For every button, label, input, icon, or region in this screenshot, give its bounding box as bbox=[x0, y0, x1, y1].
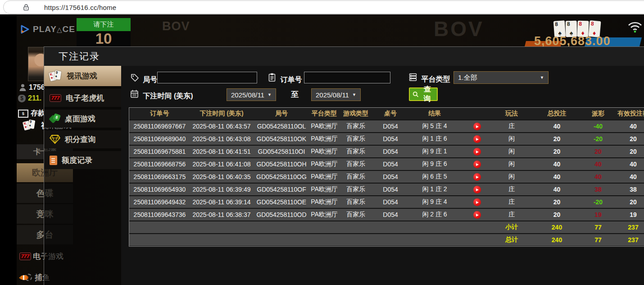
cell-replay bbox=[461, 196, 493, 208]
cell-empty bbox=[461, 234, 493, 246]
cell-valid-bet: 237 bbox=[613, 234, 644, 246]
replay-button[interactable] bbox=[473, 123, 481, 130]
wifi-icon bbox=[627, 20, 643, 33]
cell-empty bbox=[190, 234, 253, 246]
deposit-button[interactable]: $ 存款 bbox=[18, 109, 45, 118]
to-label: 至 bbox=[291, 90, 299, 99]
chevron-down-icon: ▼ bbox=[540, 75, 544, 80]
replay-button[interactable] bbox=[473, 211, 481, 219]
cell-platform: PA欧洲厅 bbox=[310, 184, 339, 195]
cell-bet-time: 2025-08-11 06:40:35 bbox=[190, 171, 253, 183]
cell-empty bbox=[129, 221, 190, 233]
user-id: 1756 bbox=[29, 83, 45, 92]
cell-game-type: 百家乐 bbox=[339, 209, 373, 221]
cell-total-bet: 20 bbox=[531, 209, 583, 221]
sidebar-item-1[interactable]: K♥9♠视讯游戏 bbox=[44, 66, 127, 86]
cell-bet-type: 庄 bbox=[493, 120, 531, 132]
modal-main-panel: 局号 订单号 平台类型 bbox=[121, 66, 644, 285]
replay-button[interactable] bbox=[473, 173, 481, 181]
cell-result: 闲 1 庄 6 bbox=[408, 133, 461, 145]
platform-list-icon bbox=[408, 73, 417, 82]
cell-platform: PA欧洲厅 bbox=[310, 158, 339, 170]
lock-icon bbox=[23, 3, 30, 11]
money-bag-icon: $ bbox=[18, 95, 26, 102]
cell-round-number: GD054258110OK bbox=[253, 133, 310, 145]
sidebar-item-label: 积分查询 bbox=[65, 134, 95, 145]
date-from-select[interactable]: 2025/08/11 ▼ bbox=[227, 88, 276, 101]
cell-total-bet: 20 bbox=[531, 196, 583, 208]
order-filter: 订单号 bbox=[268, 73, 302, 85]
cell-payout: 20 bbox=[583, 146, 613, 157]
bet-time-filter: 下注时间 (美东) bbox=[130, 89, 193, 101]
cell-total-bet: 40 bbox=[531, 120, 583, 132]
cell-bet-time: 2025-08-11 06:43:08 bbox=[190, 133, 253, 145]
cell-replay bbox=[461, 133, 493, 145]
order-number-input[interactable] bbox=[304, 72, 390, 83]
column-header: 局号 bbox=[253, 108, 310, 120]
replay-button[interactable] bbox=[473, 186, 481, 193]
table-row: 2508110696758812025-08-11 06:41:51GD0542… bbox=[129, 146, 644, 157]
cell-total-bet: 240 bbox=[531, 234, 583, 246]
cell-order-number: 250811069663175 bbox=[129, 171, 190, 183]
cell-result: 闲 9 庄 6 bbox=[408, 158, 461, 170]
sidebar-item-label: 额度记录 bbox=[62, 155, 92, 165]
cell-round-number: GD054258110OG bbox=[253, 171, 310, 183]
column-header: 订单号 bbox=[129, 108, 190, 120]
cell-platform: PA欧洲厅 bbox=[310, 171, 339, 183]
cell-result: 闲 6 庄 5 bbox=[408, 171, 461, 183]
search-button[interactable]: 查询 bbox=[409, 87, 438, 101]
url-input[interactable]: https://175616.cc/home bbox=[3, 0, 644, 14]
cell-replay bbox=[461, 146, 493, 157]
replay-button[interactable] bbox=[473, 148, 481, 156]
sidebar-item-4[interactable]: 积分查询 bbox=[44, 130, 121, 148]
user-balance: 211. bbox=[28, 94, 41, 102]
cell-order-number: 250811069675881 bbox=[129, 146, 190, 157]
bet-time-label: 下注时间 (美东) bbox=[143, 92, 193, 100]
cell-replay bbox=[461, 184, 493, 195]
cell-platform: PA欧洲厅 bbox=[310, 120, 339, 132]
table-row: 2508110696976672025-08-11 06:43:57GD0542… bbox=[129, 120, 644, 132]
replay-button[interactable] bbox=[473, 198, 481, 206]
cell-valid-bet: 20 bbox=[613, 146, 644, 157]
cell-bet-type: 闲 bbox=[493, 133, 531, 145]
cell-empty bbox=[253, 234, 310, 246]
cell-table-number: D054 bbox=[373, 133, 408, 145]
cell-replay bbox=[461, 120, 493, 132]
replay-button[interactable] bbox=[473, 161, 481, 168]
date-to-select[interactable]: 2025/08/11 ▼ bbox=[311, 88, 361, 101]
cell-game-type: 百家乐 bbox=[339, 146, 373, 157]
subtotal-row: 小计24077237 bbox=[129, 221, 644, 233]
modal-title: 下注记录 bbox=[59, 50, 100, 63]
cell-bet-type: 庄 bbox=[493, 196, 531, 208]
cell-valid-bet: 40 bbox=[613, 120, 644, 132]
cell-round-number: GD054258110OE bbox=[253, 196, 310, 208]
bov-wall-text-small: BOV bbox=[162, 19, 190, 33]
cell-table-number: D054 bbox=[373, 196, 408, 208]
search-label: 查询 bbox=[420, 85, 434, 104]
cell-round-number: GD054258110OF bbox=[253, 184, 310, 195]
cell-valid-bet: 19 bbox=[613, 209, 644, 221]
cell-game-type: 百家乐 bbox=[339, 196, 373, 208]
cell-empty bbox=[461, 221, 493, 233]
cell-platform: PA欧洲厅 bbox=[310, 209, 339, 221]
sidebar-item-3[interactable]: $桌面游戏 bbox=[44, 110, 121, 128]
cell-valid-bet: 20 bbox=[613, 133, 644, 145]
cell-table-number: D054 bbox=[373, 146, 408, 157]
cell-empty bbox=[190, 221, 253, 233]
points-gem-icon bbox=[50, 135, 60, 144]
cell-empty bbox=[339, 221, 373, 233]
cell-payout: 19 bbox=[583, 209, 613, 221]
platform-select[interactable]: 1.全部 ▼ bbox=[454, 71, 549, 84]
cell-platform: PA欧洲厅 bbox=[310, 133, 339, 145]
banknote-icon: $ bbox=[18, 110, 28, 118]
sidebar-item-5[interactable]: 额度记录 bbox=[44, 151, 121, 169]
replay-button[interactable] bbox=[473, 135, 481, 143]
column-header: 下注时间 (美东) bbox=[190, 108, 253, 120]
column-header: 有效投注额 bbox=[613, 108, 644, 120]
sidebar-item-2[interactable]: 777电子老虎机 bbox=[44, 89, 121, 107]
cell-empty bbox=[408, 221, 461, 233]
round-number-input[interactable] bbox=[157, 72, 257, 83]
user-balance-row: $ 211. bbox=[18, 94, 41, 102]
cell-empty bbox=[310, 221, 339, 233]
calendar-icon bbox=[130, 89, 139, 98]
